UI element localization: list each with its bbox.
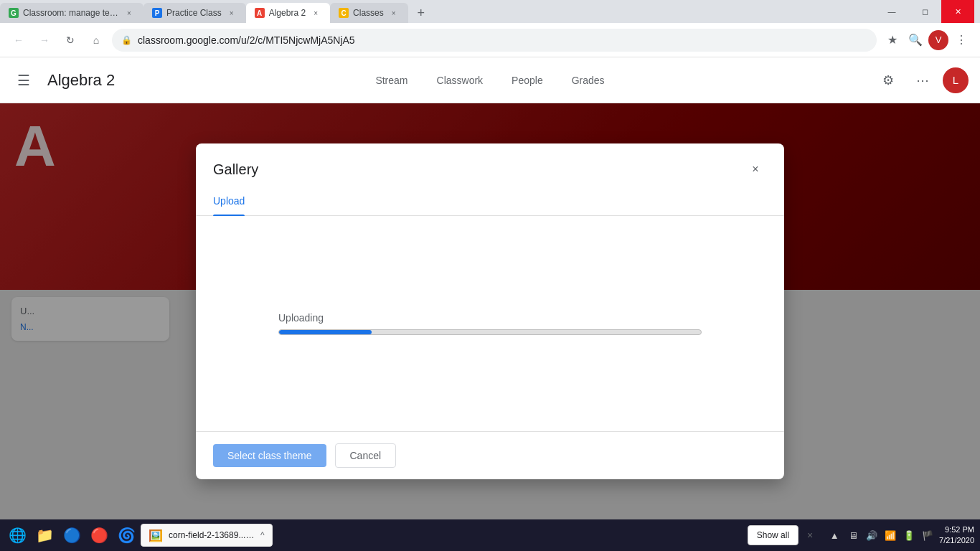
tray-up-icon[interactable]: ▲	[827, 528, 842, 542]
address-bar: ← → ↻ ⌂ 🔒 classroom.google.com/u/2/c/MTI…	[0, 23, 980, 57]
ie-icon[interactable]: 🌐	[6, 524, 29, 547]
bookmark-icon[interactable]: ★	[882, 30, 903, 50]
tab2-favicon: P	[152, 8, 162, 18]
tray-flag-icon[interactable]: 🏴	[920, 528, 935, 542]
tab2-title: Practice Class	[166, 8, 222, 18]
tray-monitor-icon[interactable]: 🖥	[846, 528, 860, 542]
clock-date: 7/21/2020	[939, 535, 974, 546]
tab1-favicon: G	[9, 8, 19, 18]
progress-bar-container	[278, 329, 702, 335]
nav-grades[interactable]: Grades	[557, 57, 619, 103]
tab4-favicon: C	[339, 8, 349, 18]
download-chevron: ^	[260, 530, 265, 540]
folder-icon[interactable]: 📁	[33, 524, 56, 547]
downloads-close[interactable]: ×	[801, 527, 819, 544]
tab3-close[interactable]: ×	[310, 7, 321, 19]
show-all-button[interactable]: Show all	[748, 525, 798, 545]
menu-icon[interactable]: ☰	[11, 66, 36, 95]
select-theme-button[interactable]: Select class theme	[213, 444, 326, 467]
app-header-actions: ⚙ ⋯ L	[874, 66, 969, 95]
dialog-close-button[interactable]: ×	[744, 158, 767, 181]
tab1-close[interactable]: ×	[123, 7, 135, 19]
back-button[interactable]: ←	[9, 30, 29, 50]
home-button[interactable]: ⌂	[86, 30, 106, 50]
tabs-container: G Classroom: manage teaching an... × P P…	[0, 0, 870, 23]
dialog-title: Gallery	[213, 161, 258, 178]
forward-button[interactable]: →	[34, 30, 55, 50]
chrome-icon[interactable]: 🔵	[60, 524, 83, 547]
tab1-title: Classroom: manage teaching an...	[23, 8, 119, 18]
browser-profile[interactable]: V	[928, 30, 948, 50]
taskbar: 🌐 📁 🔵 🔴 🌀 🖼️ corn-field-2-13689....jpg ^…	[0, 519, 980, 551]
main-content: A U... N... Gallery × Upload	[0, 103, 980, 519]
dialog-header: Gallery ×	[196, 143, 784, 181]
tab2-close[interactable]: ×	[226, 7, 237, 19]
taskbar-start: 🌐 📁 🔵 🔴 🌀	[6, 524, 138, 547]
uploading-label: Uploading	[278, 312, 324, 324]
url-bar[interactable]: 🔒 classroom.google.com/u/2/c/MTI5NjcwMjA…	[112, 29, 877, 52]
minimize-button[interactable]: —	[875, 0, 908, 23]
app-profile[interactable]: L	[943, 67, 969, 93]
settings-icon[interactable]: ⚙	[874, 66, 903, 95]
tab4-title: Classes	[353, 8, 384, 18]
title-bar: G Classroom: manage teaching an... × P P…	[0, 0, 980, 23]
modal-overlay: Gallery × Upload Uploading	[0, 103, 980, 519]
tab3-favicon: A	[255, 8, 265, 18]
tray-network-icon[interactable]: 📶	[883, 528, 897, 542]
other-icon[interactable]: 🌀	[115, 524, 138, 547]
browser-frame: G Classroom: manage teaching an... × P P…	[0, 0, 980, 551]
dialog-footer: Select class theme Cancel	[196, 431, 784, 479]
system-clock[interactable]: 9:52 PM 7/21/2020	[939, 524, 974, 547]
tray-speaker-icon[interactable]: 🔊	[864, 528, 879, 542]
reload-button[interactable]: ↻	[60, 30, 80, 50]
taskbar-right: ▲ 🖥 🔊 📶 🔋 🏴 9:52 PM 7/21/2020	[821, 524, 974, 547]
app-header: ☰ Algebra 2 Stream Classwork People Grad…	[0, 57, 980, 103]
nav-people[interactable]: People	[497, 57, 557, 103]
url-text: classroom.google.com/u/2/c/MTI5NjcwMjA5N…	[138, 34, 867, 46]
close-button[interactable]: ✕	[941, 0, 974, 23]
tray-battery-icon[interactable]: 🔋	[902, 528, 916, 542]
nav-classwork[interactable]: Classwork	[423, 57, 498, 103]
window-controls: — ◻ ✕	[870, 0, 980, 23]
tab3-title: Algebra 2	[269, 8, 306, 18]
tab-upload[interactable]: Upload	[213, 187, 245, 215]
apps-icon[interactable]: ⋯	[908, 66, 937, 95]
dialog-body: Uploading	[196, 216, 784, 431]
tab-3[interactable]: A Algebra 2 ×	[246, 3, 330, 23]
download-filename: corn-field-2-13689....jpg	[169, 530, 255, 540]
settings-icon[interactable]: ⋮	[951, 30, 971, 50]
download-icon: 🖼️	[149, 529, 163, 542]
download-item[interactable]: 🖼️ corn-field-2-13689....jpg ^	[141, 524, 273, 547]
restore-button[interactable]: ◻	[908, 0, 941, 23]
tab4-close[interactable]: ×	[388, 7, 400, 19]
progress-bar	[279, 330, 372, 334]
lock-icon: 🔒	[121, 35, 132, 45]
chrome2-icon[interactable]: 🔴	[88, 524, 110, 547]
dialog-tabs: Upload	[196, 187, 784, 216]
search-icon[interactable]: 🔍	[905, 30, 925, 50]
tab-1[interactable]: G Classroom: manage teaching an... ×	[0, 3, 143, 23]
sys-tray: ▲ 🖥 🔊 📶 🔋 🏴	[827, 528, 935, 542]
tab-2[interactable]: P Practice Class ×	[143, 3, 246, 23]
clock-time: 9:52 PM	[939, 524, 974, 535]
app-nav: Stream Classwork People Grades	[361, 57, 618, 103]
nav-stream[interactable]: Stream	[361, 57, 422, 103]
cancel-button[interactable]: Cancel	[335, 443, 397, 468]
tab-4[interactable]: C Classes ×	[330, 3, 408, 23]
new-tab-button[interactable]: +	[411, 3, 431, 23]
gallery-dialog: Gallery × Upload Uploading	[196, 143, 784, 479]
browser-actions: ★ 🔍 V ⋮	[882, 30, 971, 50]
